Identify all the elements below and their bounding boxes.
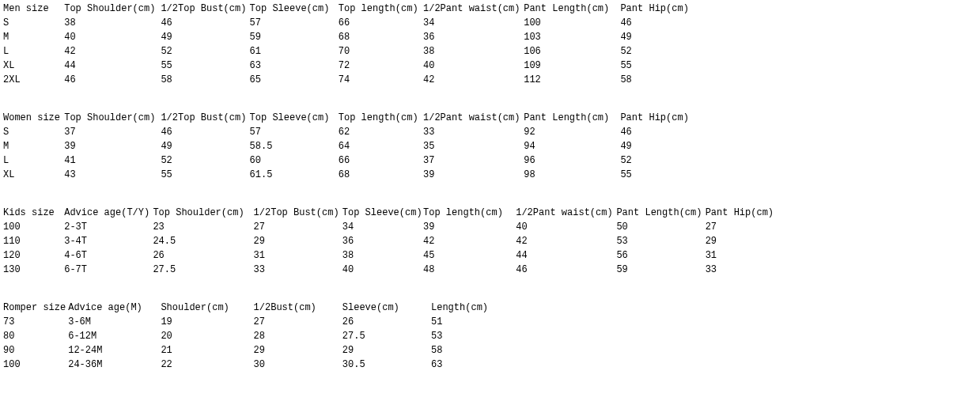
cell: 40 <box>516 220 611 234</box>
col-header: Top Sleeve(cm) <box>250 111 333 125</box>
cell: 56 <box>616 248 699 263</box>
cell: 36 <box>423 30 518 44</box>
cell: 130 <box>3 263 59 277</box>
table-row: 110 3-4T 24.5 29 36 42 42 53 29 <box>3 234 977 248</box>
cell: 110 <box>3 234 59 248</box>
cell: 33 <box>423 125 518 139</box>
cell: 120 <box>3 248 59 263</box>
cell: 55 <box>161 168 244 182</box>
cell: 39 <box>423 168 518 182</box>
cell: 31 <box>706 248 785 263</box>
cell: 27 <box>254 220 337 234</box>
table-row: S 38 46 57 66 34 100 46 <box>3 16 977 30</box>
cell: 59 <box>250 30 333 44</box>
col-header: Advice age(T/Y) <box>64 206 147 220</box>
cell: 42 <box>516 234 611 248</box>
cell: 23 <box>153 220 248 234</box>
cell: 34 <box>342 220 418 234</box>
cell: 29 <box>342 343 426 358</box>
cell: 52 <box>620 153 707 168</box>
cell: 51 <box>431 315 514 329</box>
cell: 60 <box>250 153 333 168</box>
cell: 2-3T <box>64 220 147 234</box>
cell: 46 <box>161 16 244 30</box>
col-header: Top Shoulder(cm) <box>64 2 155 16</box>
col-header: 1/2Top Bust(cm) <box>161 2 244 16</box>
cell: 22 <box>161 358 248 372</box>
col-header: Top length(cm) <box>339 111 418 125</box>
cell: 55 <box>620 168 707 182</box>
table-row: 90 12-24M 21 29 29 58 <box>3 343 977 358</box>
cell: 38 <box>342 248 418 263</box>
cell: 55 <box>620 59 707 73</box>
cell: XL <box>3 168 59 182</box>
cell: 33 <box>254 263 337 277</box>
col-header: Pant Length(cm) <box>616 206 699 220</box>
cell: S <box>3 16 59 30</box>
cell: 36 <box>342 234 418 248</box>
table-row: XL 43 55 61.5 68 39 98 55 <box>3 168 977 182</box>
cell: 94 <box>524 139 615 153</box>
col-header: Kids size <box>3 206 59 220</box>
table-row: 100 2-3T 23 27 34 39 40 50 27 <box>3 220 977 234</box>
cell: 33 <box>706 263 785 277</box>
cell: 6-7T <box>64 263 147 277</box>
col-header: Pant Hip(cm) <box>620 111 707 125</box>
cell: 21 <box>161 343 248 358</box>
table-row: M 40 49 59 68 36 103 49 <box>3 30 977 44</box>
cell: 58 <box>431 343 514 358</box>
table-row: 2XL 46 58 65 74 42 112 58 <box>3 73 977 87</box>
cell: 40 <box>342 263 418 277</box>
cell: 46 <box>516 263 611 277</box>
table-row: XL 44 55 63 72 40 109 55 <box>3 59 977 73</box>
cell: 37 <box>64 125 155 139</box>
cell: 48 <box>423 263 510 277</box>
col-header: 1/2Top Bust(cm) <box>161 111 244 125</box>
cell: 58 <box>620 73 707 87</box>
cell: 38 <box>423 44 518 59</box>
cell: 46 <box>64 73 155 87</box>
cell: S <box>3 125 59 139</box>
cell: 52 <box>620 44 707 59</box>
cell: 3-4T <box>64 234 147 248</box>
cell: 40 <box>64 30 155 44</box>
col-header: Length(cm) <box>431 301 514 315</box>
cell: 49 <box>161 30 244 44</box>
cell: 59 <box>616 263 699 277</box>
cell: 57 <box>250 125 333 139</box>
col-header: Pant Length(cm) <box>524 2 615 16</box>
cell: 100 <box>3 358 62 372</box>
cell: 52 <box>161 153 244 168</box>
cell: 103 <box>524 30 615 44</box>
cell: 46 <box>161 125 244 139</box>
cell: 112 <box>524 73 615 87</box>
cell: 19 <box>161 315 248 329</box>
cell: 24-36M <box>68 358 155 372</box>
cell: 29 <box>254 343 337 358</box>
cell: XL <box>3 59 59 73</box>
cell: 34 <box>423 16 518 30</box>
cell: 30 <box>254 358 337 372</box>
cell: 62 <box>339 125 418 139</box>
cell: 109 <box>524 59 615 73</box>
col-header: Top length(cm) <box>339 2 418 16</box>
cell: 61 <box>250 44 333 59</box>
table-row: 120 4-6T 26 31 38 45 44 56 31 <box>3 248 977 263</box>
table-row: L 41 52 60 66 37 96 52 <box>3 153 977 168</box>
col-header: 1/2Pant waist(cm) <box>516 206 611 220</box>
cell: 27.5 <box>153 263 248 277</box>
cell: 73 <box>3 315 62 329</box>
col-header: 1/2Top Bust(cm) <box>254 206 337 220</box>
cell: 35 <box>423 139 518 153</box>
cell: L <box>3 153 59 168</box>
cell: 53 <box>431 329 514 343</box>
cell: 80 <box>3 329 62 343</box>
table-header-row: Romper size Advice age(M) Shoulder(cm) 1… <box>3 301 977 315</box>
table-row: L 42 52 61 70 38 106 52 <box>3 44 977 59</box>
table-header-row: Kids size Advice age(T/Y) Top Shoulder(c… <box>3 206 977 220</box>
cell: 52 <box>161 44 244 59</box>
cell: M <box>3 30 59 44</box>
col-header: Men size <box>3 2 59 16</box>
table-row: 130 6-7T 27.5 33 40 48 46 59 33 <box>3 263 977 277</box>
cell: 98 <box>524 168 615 182</box>
